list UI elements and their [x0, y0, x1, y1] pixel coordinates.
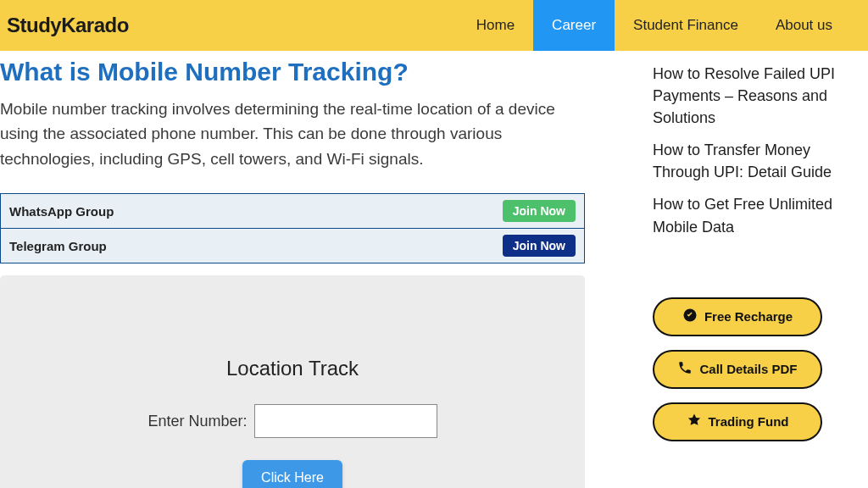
tracker-number-input[interactable] [254, 404, 437, 438]
location-tracker-card: Location Track Enter Number: Click Here [0, 275, 585, 488]
group-name: WhatsApp Group [1, 194, 483, 229]
pill-label: Trading Fund [709, 414, 789, 429]
pill-label: Call Details PDF [699, 362, 797, 376]
list-item[interactable]: How to Transfer Money Through UPI: Detai… [653, 139, 868, 183]
section-paragraph: Mobile number tracking involves determin… [0, 97, 559, 171]
free-recharge-button[interactable]: Free Recharge [653, 297, 822, 336]
main-nav: Home Career Student Finance About us [458, 0, 851, 51]
tracker-title: Location Track [0, 357, 585, 380]
list-item[interactable]: How to Resolve Failed UPI Payments – Rea… [653, 63, 868, 129]
sidebar: How to Resolve Failed UPI Payments – Rea… [585, 51, 868, 488]
group-name: Telegram Group [1, 229, 483, 263]
table-row: WhatsApp Group Join Now [1, 194, 585, 229]
brand-logo[interactable]: StudyKarado [7, 14, 129, 37]
star-icon [687, 413, 702, 430]
join-whatsapp-button[interactable]: Join Now [503, 200, 576, 222]
list-item[interactable]: How to Get Free Unlimited Mobile Data [653, 193, 868, 237]
nav-home[interactable]: Home [458, 0, 533, 51]
page-body: What is Mobile Number Tracking? Mobile n… [0, 51, 868, 488]
nav-student-finance[interactable]: Student Finance [615, 0, 757, 51]
check-circle-icon [682, 308, 698, 325]
phone-icon [677, 360, 693, 378]
pill-label: Free Recharge [704, 309, 793, 324]
recent-posts-list: How to Resolve Failed UPI Payments – Rea… [653, 63, 868, 238]
topbar: StudyKarado Home Career Student Finance … [0, 0, 868, 51]
call-details-button[interactable]: Call Details PDF [653, 350, 822, 389]
tracker-submit-button[interactable]: Click Here [242, 460, 342, 488]
main-content: What is Mobile Number Tracking? Mobile n… [0, 51, 585, 488]
nav-career[interactable]: Career [533, 0, 615, 51]
quick-links: Free Recharge Call Details PDF Trading F… [653, 297, 868, 441]
group-join-table: WhatsApp Group Join Now Telegram Group J… [0, 193, 585, 263]
tracker-input-row: Enter Number: [0, 404, 585, 438]
join-telegram-button[interactable]: Join Now [503, 235, 576, 257]
trading-fund-button[interactable]: Trading Fund [653, 402, 822, 441]
section-heading: What is Mobile Number Tracking? [0, 58, 585, 86]
table-row: Telegram Group Join Now [1, 229, 585, 263]
nav-about-us[interactable]: About us [757, 0, 851, 51]
tracker-label: Enter Number: [147, 413, 247, 430]
